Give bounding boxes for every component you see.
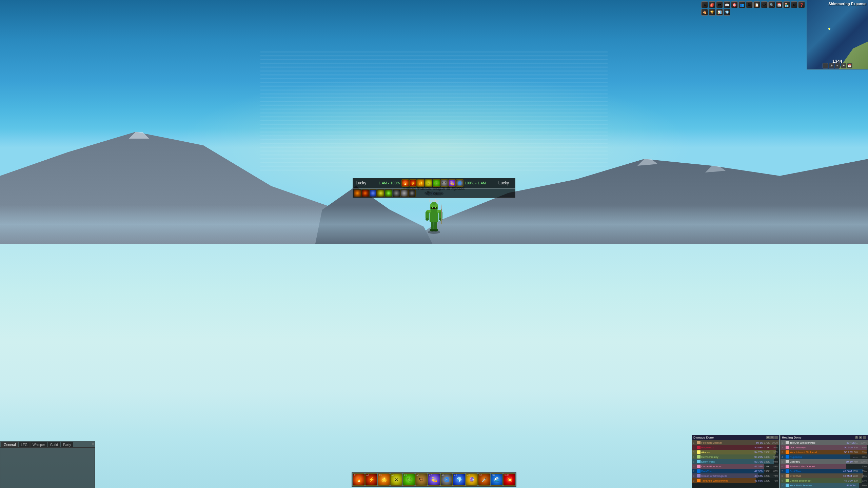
top-action-bar: ⚔ 🎒 🗺 📖 🎯 👥 🏛 📋 🛡 🔍 📅 🏪 ⚙ ❓ 🐴 🏆 📊 💎 xyxy=(701,1,805,16)
action-icon-sword[interactable]: ⚔ xyxy=(701,1,708,8)
dps-row[interactable]: 5Goitraeu50 6M40K100% xyxy=(781,459,868,464)
damage-done-minimize[interactable]: _ xyxy=(774,436,778,439)
dps-row[interactable]: 6Pitatlass MacDonnell......75% xyxy=(781,464,868,469)
chat-tab-lfg[interactable]: LFG xyxy=(19,442,30,447)
minimap-zoom-in[interactable]: + xyxy=(835,63,840,68)
keybind-a9: A9 xyxy=(454,474,457,476)
main-action-bar: A1 🔥 A2 ⚡ A3 🌟 A4 ⚔ A5 🌿 A6 🛡 A7 💫 A8 xyxy=(352,472,516,487)
damage-done-close[interactable]: ✕ xyxy=(770,436,774,439)
bar-slot-sms[interactable]: SMS 💥 xyxy=(503,473,515,486)
bar-slot-a8[interactable]: A8 🌀 xyxy=(440,473,453,486)
second-slot-1[interactable] xyxy=(354,189,361,197)
dps-row[interactable]: 4Rupaness......80% xyxy=(781,454,868,459)
svg-rect-13 xyxy=(426,211,429,219)
dps-row[interactable]: 8DrekThar48 55M133K95% xyxy=(781,473,868,478)
dps-row[interactable]: 3Akanes54 70M150K96% xyxy=(692,450,779,454)
action-icon-quest[interactable]: 📋 xyxy=(753,1,760,8)
dps-rank: 6 xyxy=(693,465,697,468)
dps-row[interactable]: 2Ragnalexs55 03M171K97% xyxy=(692,445,779,450)
damage-done-settings[interactable]: ⚙ xyxy=(766,436,770,439)
bar-slot-a2[interactable]: A2 ⚡ xyxy=(365,473,377,486)
action-slot-4[interactable]: ⚔ xyxy=(425,179,432,187)
class-icon-warrior xyxy=(786,474,789,477)
second-slot-5[interactable] xyxy=(385,189,392,197)
action-icon-store[interactable]: 🏪 xyxy=(783,1,790,8)
player-percent: 100% xyxy=(859,442,867,444)
dps-panels: Damage Done ⚙ ✕ _ 1Foolman Maiskai60 6M1… xyxy=(692,435,868,488)
bar-slot-a3[interactable]: A3 🌟 xyxy=(378,473,390,486)
dps-row[interactable]: 1Foolman Maiskai60 6M172K100% xyxy=(692,440,779,445)
svg-point-25 xyxy=(428,230,440,234)
second-slot-4[interactable] xyxy=(377,189,384,197)
healing-done-minimize[interactable]: _ xyxy=(863,436,866,439)
bar-slot-a1[interactable]: A1 🔥 xyxy=(353,473,365,486)
dps-row[interactable]: 4Helvis Presley54 22M148K95% xyxy=(692,454,779,459)
player-amount: ... xyxy=(853,465,855,468)
action-icon-mount[interactable]: 🐴 xyxy=(701,9,708,16)
bar-slot-a4[interactable]: A4 ⚔ xyxy=(390,473,402,486)
action-icon-help[interactable]: ❓ xyxy=(798,1,805,8)
second-slot-8[interactable] xyxy=(408,189,416,197)
chat-tab-guild[interactable]: Guild xyxy=(48,442,60,447)
action-icon-bag[interactable]: 🎒 xyxy=(709,1,715,8)
action-icon-stats[interactable]: 📊 xyxy=(716,9,723,16)
action-icon-options[interactable]: ⚙ xyxy=(791,1,797,8)
dps-row[interactable]: 7DrekThar47 30M133K83% xyxy=(692,469,779,473)
action-icon-lfg[interactable]: 🔍 xyxy=(768,1,775,8)
dps-row[interactable]: 3Your Internet Girlfriend50 26M36K99% xyxy=(781,450,868,454)
minimap-zoom-out[interactable]: - xyxy=(823,63,828,68)
chat-close-button[interactable]: ✕ xyxy=(92,442,94,446)
second-slot-2[interactable] xyxy=(361,189,369,197)
bar-slot-sb[interactable]: SB 🌊 xyxy=(491,473,503,486)
action-icon-guild[interactable]: 🏛 xyxy=(746,1,753,8)
action-icon-spellbook[interactable]: 📖 xyxy=(724,1,730,8)
second-slot-7[interactable] xyxy=(400,189,408,197)
bar-slot-a7[interactable]: A7 💫 xyxy=(428,473,440,486)
minimap-flag[interactable]: ⚑ xyxy=(841,63,846,68)
bar-slot-ms[interactable]: MS 🔮 xyxy=(466,473,478,486)
second-slot-3[interactable] xyxy=(369,189,377,197)
chat-tab-general[interactable]: General xyxy=(1,442,18,447)
bar-slot-a9[interactable]: A9 💎 xyxy=(453,473,465,486)
dps-row[interactable]: 9Taylande Whisperwind41 65M122K73% xyxy=(692,478,779,483)
dps-row[interactable]: 7DrekThar48 56M133K95% xyxy=(781,469,868,473)
chat-tab-party[interactable]: Party xyxy=(61,442,73,447)
dps-rank: 9 xyxy=(782,480,786,482)
dps-row[interactable]: 8Orman of Stromgarde43 66M120K76% xyxy=(692,473,779,478)
action-slot-1[interactable]: 🔥 xyxy=(401,179,409,187)
bar-slot-sp[interactable]: SP 🗡️ xyxy=(478,473,490,486)
player-amount: 50 26M xyxy=(844,451,853,454)
action-slot-7[interactable]: 💫 xyxy=(448,179,456,187)
action-icon-achievement[interactable]: 🏆 xyxy=(709,9,715,16)
action-icon-calendar[interactable]: 📅 xyxy=(776,1,783,8)
action-icon-pvp[interactable]: 🛡 xyxy=(761,1,768,8)
action-slot-6[interactable]: 🛡 xyxy=(440,179,448,187)
action-slot-8[interactable]: 🌀 xyxy=(456,179,463,187)
dps-row[interactable]: 2Lila Gaftways50 30M35K99% xyxy=(781,445,868,450)
dps-row[interactable]: 1TaylOor Whisperwind50 42M...100% xyxy=(781,440,868,445)
minimap-tracking[interactable]: 👁 xyxy=(829,63,834,68)
player-dps: 133K xyxy=(764,465,770,468)
dps-row[interactable]: 10Your Math Teacher46 00M...90% xyxy=(781,483,868,488)
dps-row[interactable]: 9Canine Bloodhoot47 30M13K93% xyxy=(781,478,868,483)
healing-done-settings[interactable]: ⚙ xyxy=(855,436,858,439)
healing-done-close[interactable]: ✕ xyxy=(859,436,862,439)
bar-slot-a5[interactable]: A5 🌿 xyxy=(403,473,415,486)
action-icon-talent[interactable]: 🎯 xyxy=(731,1,738,8)
action-icon-map[interactable]: 🗺 xyxy=(716,1,723,8)
player-amount: 54 22M xyxy=(754,455,764,459)
svg-point-15 xyxy=(426,218,429,221)
player-name-left: Lucky xyxy=(356,181,376,185)
bar-slot-a6[interactable]: A6 🛡 xyxy=(415,473,428,486)
action-slot-3[interactable]: ✨ xyxy=(417,179,425,187)
player-percent: 95% xyxy=(859,475,867,477)
action-icon-social[interactable]: 👥 xyxy=(738,1,745,8)
action-slot-2[interactable]: ⚡ xyxy=(409,179,417,187)
chat-tab-whisper[interactable]: Whisper xyxy=(30,442,47,447)
minimap-calendar-btn[interactable]: 📅 xyxy=(847,63,852,68)
action-slot-5[interactable]: 🌿 xyxy=(433,179,440,187)
second-slot-6[interactable] xyxy=(393,189,400,197)
dps-row[interactable]: 5Ellern Voss53 78M149K94% xyxy=(692,459,779,464)
dps-row[interactable]: 6Carrie Bloodhoot47 32M133K83% xyxy=(692,464,779,469)
action-icon-collections[interactable]: 💎 xyxy=(724,9,730,16)
